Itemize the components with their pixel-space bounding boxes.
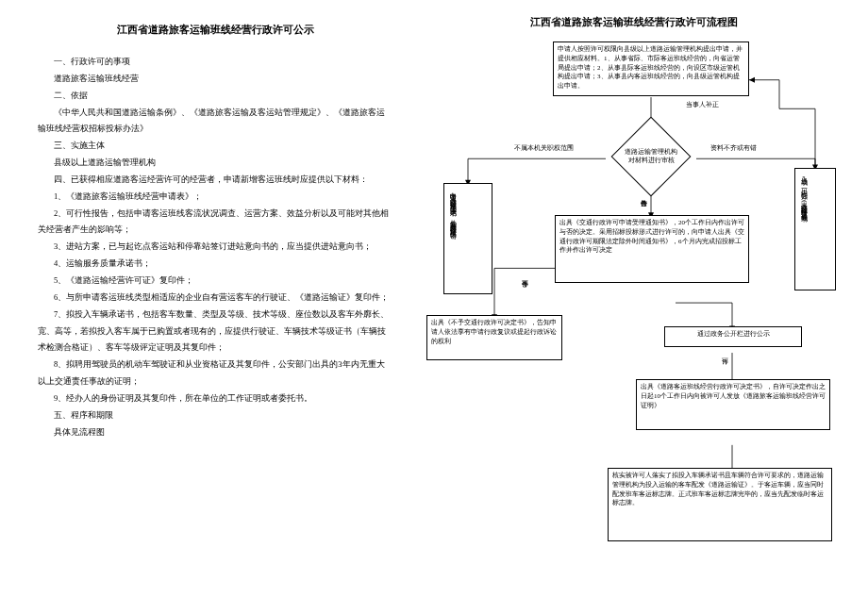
mat-5: 5、《道路运输经营许可证》复印件； bbox=[38, 273, 392, 290]
node-badmat-text: 当场或5日内一次告知，出具《交通行政许可申请补正通知书》 bbox=[799, 172, 808, 287]
section-1-head: 一、行政许可的事项 bbox=[38, 54, 392, 71]
node-public: 通过政务公开栏进行公示 bbox=[664, 326, 802, 347]
label-notscope: 不属本机关职权范围 bbox=[513, 143, 575, 153]
doc-title: 江西省道路旅客运输班线经营行政许可公示 bbox=[38, 23, 392, 37]
node-notscope-text: 向申请人出具《交通行政许可不予受理决定书》，并告知有关交通行政许可机关申请 bbox=[448, 187, 457, 290]
section-3-head: 三、实施主体 bbox=[38, 138, 392, 155]
mat-2: 2、可行性报告，包括申请客运班线客流状况调查、运营方案、效益分析以及可能对其他相… bbox=[38, 206, 392, 240]
doc-body: 一、行政许可的事项 道路旅客运输班线经营 二、依据 《中华人民共和国道路运输条例… bbox=[38, 54, 392, 440]
mat-1: 1、《道路旅客运输班线经营申请表》； bbox=[38, 189, 392, 206]
mat-6: 6、与所申请客运班线类型相适应的企业自有营运客车的行驶证、《道路运输证》复印件； bbox=[38, 290, 392, 307]
section-2-line: 《中华人民共和国道路运输条例》、《道路旅客运输及客运站管理规定》、《道路旅客运输… bbox=[38, 105, 392, 139]
section-5-head: 五、程序和期限 bbox=[38, 407, 392, 424]
label-buzheng: 当事人补正 bbox=[685, 100, 720, 109]
node-apply: 申请人按照许可权限向县级以上道路运输管理机构提出申请，并提供相应材料。1、从事省… bbox=[553, 41, 749, 96]
node-accept: 出具《交通行政许可申请受理通知书》，20个工作日内作出许可与否的决定。采用招标投… bbox=[555, 215, 749, 283]
node-review-text: 道路运输管理机构 对材料进行审核 bbox=[600, 136, 702, 177]
section-4-head: 四、已获得相应道路客运经营许可的经营者，申请新增客运班线时应提供以下材料： bbox=[38, 172, 392, 189]
node-deny: 出具《不予交通行政许可决定书》，告知申请人依法享有申请行政复议或提起行政诉讼的权… bbox=[426, 315, 562, 360]
node-badmat: 当场或5日内一次告知，出具《交通行政许可申请补正通知书》 bbox=[794, 168, 836, 290]
mat-7: 7、拟投入车辆承诺书，包括客车数量、类型及等级、技术等级、座位数以及客车外廓长、… bbox=[38, 307, 392, 357]
flow-title: 江西省道路旅客运输班线经营行政许可流程图 bbox=[411, 15, 857, 29]
mat-4: 4、运输服务质量承诺书； bbox=[38, 256, 392, 273]
right-column: 江西省道路旅客运输班线经营行政许可流程图 申请人按照许可权限向县级以上道路运输管… bbox=[406, 0, 868, 614]
flowchart: 申请人按照许可权限向县级以上道路运输管理机构提出申请，并提供相应材料。1、从事省… bbox=[411, 41, 857, 608]
section-3-line: 县级以上道路运输管理机构 bbox=[38, 155, 392, 172]
mat-3: 3、进站方案，已与起讫点客运站和停靠站签订进站意向书的，应当提供进站意向书； bbox=[38, 239, 392, 256]
left-column: 江西省道路旅客运输班线经营行政许可公示 一、行政许可的事项 道路旅客运输班线经营… bbox=[0, 0, 406, 614]
node-notscope: 向申请人出具《交通行政许可不予受理决定书》，并告知有关交通行政许可机关申请 bbox=[443, 183, 492, 294]
svg-marker-4 bbox=[749, 77, 755, 83]
node-decision: 出具《道路客运班线经营行政许可决定书》，自许可决定作出之日起10个工作日内向被许… bbox=[636, 379, 830, 430]
node-final: 核实被许可人落实了拟投入车辆承诺书且车辆符合许可要求的，道路运输管理机构为投入运… bbox=[608, 468, 832, 541]
section-5-line: 具体见流程图 bbox=[38, 424, 392, 441]
node-review-text-2: 对材料进行审核 bbox=[628, 157, 675, 165]
label-badmat: 资料不齐或有错 bbox=[709, 143, 758, 153]
mat-8: 8、拟聘用驾驶员的机动车驾驶证和从业资格证及其复印件，公安部门出具的3年内无重大… bbox=[38, 357, 392, 390]
mat-9: 9、经办人的身份证明及其复印件，所在单位的工作证明或者委托书。 bbox=[38, 390, 392, 407]
section-1-line: 道路旅客运输班线经营 bbox=[38, 71, 392, 88]
node-review-text-1: 道路运输管理机构 bbox=[625, 148, 677, 157]
section-2-head: 二、依据 bbox=[38, 88, 392, 105]
